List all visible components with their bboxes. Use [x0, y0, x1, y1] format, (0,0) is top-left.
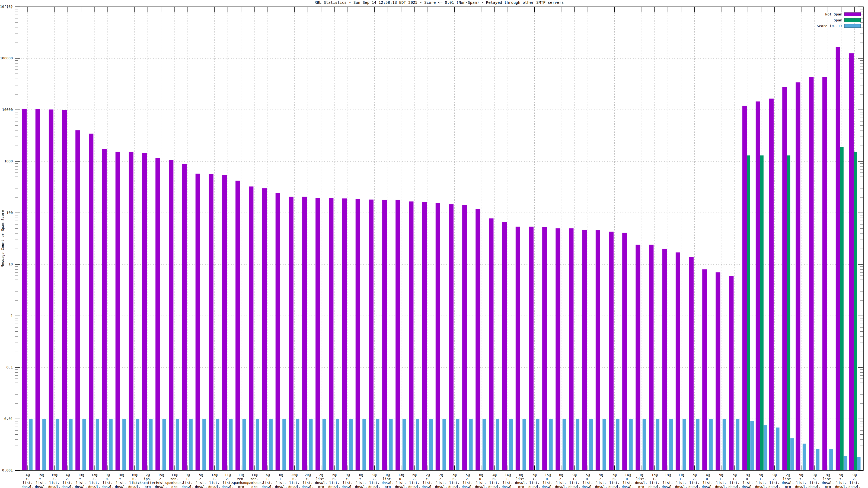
bar-not-spam: [89, 134, 93, 470]
legend-swatch-not-spam: [844, 12, 861, 16]
bar-not-spam: [702, 269, 707, 470]
bar-score: [362, 419, 366, 470]
bar-score: [336, 419, 339, 470]
x-category-label: 2@list.dnswl.org5 hops: [315, 473, 327, 488]
x-category-label: 11@2.list.dnswl.org3 hops: [222, 473, 234, 488]
bar-not-spam: [676, 252, 680, 470]
bar-score: [643, 419, 646, 470]
x-category-label: 5@0.list.dnswl.org5 hops: [609, 473, 621, 488]
y-tick-label: 1x10^{6}: [0, 5, 13, 9]
bar-score: [776, 427, 780, 470]
bar-score: [229, 419, 233, 470]
bar-score: [42, 419, 46, 470]
bar-not-spam: [569, 228, 574, 470]
x-category-label: 5@Y.list.dnswl.org6 hops: [528, 473, 540, 488]
bar-score: [96, 419, 99, 470]
y-tick-label: 1000: [4, 159, 13, 163]
bar-score: [736, 419, 739, 470]
x-category-label: 9@1.list.dnswl.org3 hops: [182, 473, 194, 488]
bar-not-spam: [289, 197, 293, 470]
bar-score: [576, 419, 579, 470]
bar-not-spam: [182, 164, 187, 470]
x-category-label: 9@3.list.dnswl.org2 hops: [808, 473, 820, 488]
x-category-label: 6@0.list.dnswl.org1 hop: [475, 473, 487, 488]
bar-score: [764, 425, 767, 470]
x-category-label: 15@2.list.dnswl.org3 hops: [48, 473, 61, 488]
legend-item-score: Score (0..1): [817, 24, 861, 28]
y-tick-label: 100: [6, 210, 13, 215]
x-category-label: 9@1.list.dnswl.org4 hops: [568, 473, 581, 488]
chart-legend: Not Spam Spam Score (0..1): [817, 12, 861, 28]
legend-item-spam: Spam: [834, 18, 861, 22]
x-category-label: 4@Y.list.dnswl.org2 hops: [22, 473, 34, 488]
bar-not-spam: [382, 200, 387, 470]
x-category-label: 3@0.list.dnswl.org5 hops: [448, 473, 461, 488]
bar-not-spam: [369, 199, 373, 470]
bar-not-spam: [823, 77, 827, 470]
bar-score: [429, 419, 433, 470]
bar-not-spam: [169, 160, 173, 470]
y-tick-label: 10: [8, 262, 13, 266]
x-category-label: 4@0.list.dnswl.org2 hops: [488, 473, 500, 488]
x-category-label: 5@1.list.dnswl.org5 hops: [728, 473, 741, 488]
x-category-label: 6@2.list.dnswl.org3 hops: [408, 473, 421, 488]
bar-not-spam: [396, 200, 400, 470]
y-axis-title: Message Count or Spam Score: [1, 210, 5, 267]
bar-not-spam: [756, 101, 760, 470]
x-category-label: 14@1.list.dnswl.org2 hops: [502, 473, 514, 488]
bar-not-spam: [355, 199, 360, 470]
x-category-label: 1@list.dnswl.org5 hops: [635, 473, 647, 488]
bar-not-spam: [516, 227, 520, 470]
chart-title: RBL Statistics - Sun Sep 14 12:58:13 EDT…: [315, 0, 564, 5]
bar-score: [256, 419, 259, 470]
legend-swatch-score: [844, 24, 861, 28]
y-tick-label: 1: [10, 314, 13, 318]
bar-not-spam: [849, 54, 854, 470]
x-category-label: 11@zen.spamhaus.org7 hops: [245, 473, 264, 488]
x-category-label: 2@list.dnswl.org3 hops: [782, 473, 794, 488]
bar-score: [803, 444, 806, 470]
bar-score: [83, 419, 86, 470]
bar-score: [243, 419, 246, 470]
bar-score: [149, 419, 153, 470]
bar-score: [496, 419, 499, 470]
bar-score: [509, 419, 513, 470]
bar-score: [549, 419, 553, 470]
x-category-label: 0@list.dnswl.org5 hops: [382, 473, 394, 488]
bar-score: [403, 419, 406, 470]
bar-score: [656, 419, 659, 470]
bar-not-spam: [582, 230, 587, 470]
x-category-label: 15@2.list.dnswl.org2 hops: [155, 473, 167, 488]
bar-score: [322, 419, 326, 470]
bar-score: [563, 419, 566, 470]
bar-not-spam: [649, 245, 653, 470]
bar-not-spam: [729, 276, 734, 470]
x-category-label: 2@2.list.dnswl.org1 hop: [435, 473, 447, 488]
y-tick-label: 100000: [0, 56, 13, 60]
bar-score: [682, 419, 686, 470]
x-category-label: 5@2.list.dnswl.org4 hops: [462, 473, 474, 488]
bar-score: [857, 457, 861, 470]
bar-spam: [840, 147, 844, 470]
bar-not-spam: [502, 222, 507, 470]
bar-score: [483, 419, 486, 470]
bar-not-spam: [769, 99, 774, 470]
x-category-label: 3@2.list.dnswl.org3 hops: [688, 473, 701, 488]
x-category-label: 9@0.list.dnswl.org2 hops: [101, 473, 114, 488]
bar-not-spam: [342, 198, 347, 470]
x-category-label: 10@0.list.dnswl.org2 hops: [128, 473, 141, 488]
bar-score: [669, 419, 673, 470]
bar-score: [750, 421, 754, 470]
bar-score: [69, 419, 73, 470]
bar-not-spam: [809, 77, 814, 470]
bar-score: [296, 419, 299, 470]
bar-score: [189, 419, 193, 470]
bar-not-spam: [155, 158, 160, 470]
x-category-label: 4@2.list.dnswl.org2 hops: [62, 473, 74, 488]
x-category-label: 9@Y.list.dnswl.org3 hops: [795, 473, 807, 488]
x-category-label: 11@1.list.dnswl.org3 hops: [675, 473, 687, 488]
bar-not-spam: [529, 227, 533, 470]
x-category-label: 3@0.list.dnswl.org4 hops: [742, 473, 754, 488]
x-category-label: 5@2.list.dnswl.org3 hops: [595, 473, 607, 488]
legend-label-score: Score (0..1): [817, 24, 842, 28]
